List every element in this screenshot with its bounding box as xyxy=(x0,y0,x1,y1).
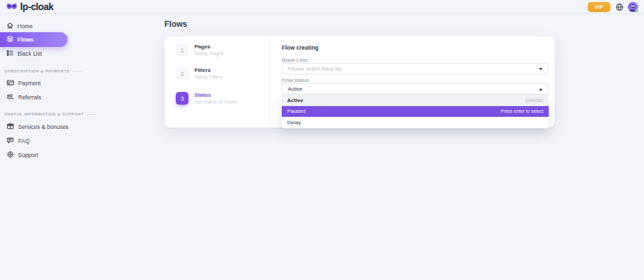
gift-icon xyxy=(7,123,14,131)
logo-text: lp-cloak xyxy=(20,1,54,12)
faq-chat-icon xyxy=(7,137,14,145)
mask-logo-icon xyxy=(6,1,17,13)
step-number: 3 xyxy=(176,92,189,105)
wizard-step-status[interactable]: 3 Status Set status of Flows xyxy=(176,92,237,105)
sidebar-item-label: Referrals xyxy=(18,94,41,101)
step-number: 2 xyxy=(176,67,189,80)
selected-hint: Selected xyxy=(525,98,543,103)
support-lifebuoy-icon xyxy=(7,151,14,159)
dropdown-option-paused[interactable]: Paused Press enter to select xyxy=(282,106,549,118)
black-lists-label: Black Lists xyxy=(282,57,307,63)
sidebar-item-label: Home xyxy=(17,23,33,30)
black-lists-placeholder: Please select black list xyxy=(288,66,341,72)
flow-status-value: Active xyxy=(288,86,303,92)
sidebar-item-payment[interactable]: Payment xyxy=(0,79,41,88)
step-number: 1 xyxy=(176,44,189,56)
sidebar-item-label: Black List xyxy=(17,50,42,57)
step-title: Status xyxy=(195,92,237,99)
logo[interactable]: lp-cloak xyxy=(6,1,54,13)
step-subtitle: Setup Pages xyxy=(195,50,223,56)
press-enter-hint: Press enter to select xyxy=(500,109,543,113)
wizard-step-filters[interactable]: 2 Filters Setup Filters xyxy=(176,67,223,80)
vip-button[interactable]: VIP xyxy=(588,2,610,12)
referrals-people-icon xyxy=(7,93,14,101)
sidebar-section-subscription: SUBSCRIPTION & PAYMENTS xyxy=(0,69,82,73)
step-subtitle: Set status of Flows xyxy=(195,99,237,105)
blacklist-icon xyxy=(7,50,13,58)
sidebar-item-label: Flows xyxy=(17,36,34,43)
language-globe-icon[interactable] xyxy=(615,3,623,11)
header-actions: VIP xyxy=(588,2,638,12)
form-title: Flow creating xyxy=(282,44,319,51)
home-icon xyxy=(7,22,13,30)
sidebar-item-flows[interactable]: Flows xyxy=(0,32,68,47)
flow-status-dropdown: Active Selected Paused Press enter to se… xyxy=(282,95,549,128)
sidebar-item-faq[interactable]: FAQ xyxy=(0,136,30,146)
card-divider xyxy=(270,36,270,128)
dropdown-option-delay[interactable]: Delay xyxy=(282,117,549,128)
sidebar-item-referrals[interactable]: Referrals xyxy=(0,93,41,102)
flow-status-label: Flow status xyxy=(282,77,309,83)
payment-card-icon xyxy=(7,79,14,87)
wizard-step-pages[interactable]: 1 Pages Setup Pages xyxy=(176,44,223,56)
sidebar-item-label: Payment xyxy=(18,80,41,87)
sidebar-item-services-bonuses[interactable]: Services & bonuses xyxy=(0,122,68,132)
step-subtitle: Setup Filters xyxy=(195,74,223,80)
step-title: Filters xyxy=(195,67,223,74)
flow-creating-card: 1 Pages Setup Pages 2 Filters Setup Filt… xyxy=(164,36,555,128)
user-avatar[interactable] xyxy=(628,2,638,12)
sidebar-item-black-list[interactable]: Black List xyxy=(0,49,42,58)
sidebar-item-label: Services & bonuses xyxy=(18,124,68,130)
flows-icon xyxy=(7,36,13,44)
sidebar-item-label: FAQ xyxy=(18,138,30,144)
black-lists-select[interactable]: Please select black list xyxy=(282,63,549,75)
step-title: Pages xyxy=(195,44,223,50)
chevron-up-icon xyxy=(539,88,543,91)
online-status-dot xyxy=(635,9,639,13)
chevron-down-icon xyxy=(539,68,543,71)
flow-status-select[interactable]: Active xyxy=(282,83,549,95)
sidebar-section-support: USEFUL INFORMATION & SUPPORT xyxy=(0,112,96,116)
dropdown-option-active[interactable]: Active Selected xyxy=(282,95,549,106)
sidebar-item-label: Support xyxy=(18,152,38,158)
sidebar-item-home[interactable]: Home xyxy=(0,21,33,31)
sidebar-item-support[interactable]: Support xyxy=(0,150,38,160)
app-header: lp-cloak VIP xyxy=(0,0,644,14)
page-title: Flows xyxy=(164,19,187,29)
